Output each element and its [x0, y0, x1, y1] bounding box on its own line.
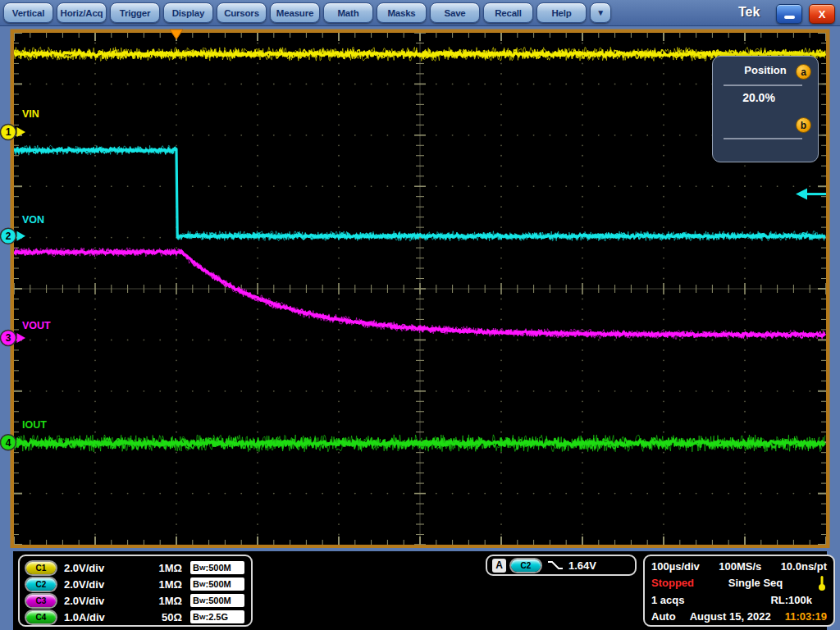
trace-label-vout: VOUT [22, 320, 51, 331]
channel-badge-c4[interactable]: C4 [26, 611, 56, 623]
svg-text:1: 1 [6, 126, 11, 138]
divider [724, 84, 802, 86]
svg-text:2: 2 [6, 231, 11, 242]
sample-period-value: 10.0ns/pt [781, 560, 827, 573]
svg-text:3: 3 [6, 332, 11, 344]
knob-b-badge[interactable]: b [796, 117, 811, 133]
menu-overflow-caret-icon[interactable]: ▼ [590, 2, 611, 23]
c4-impedance: 50Ω [144, 611, 182, 623]
menu-recall[interactable]: Recall [483, 2, 533, 23]
minimize-icon [784, 16, 795, 19]
menu-masks[interactable]: Masks [377, 2, 427, 23]
svg-text:4: 4 [6, 437, 11, 449]
divider [724, 138, 802, 139]
status-readout: 100µs/div 100MS/s 10.0ns/pt Stopped Sing… [643, 555, 835, 627]
c3-scale: 2.0V/div [64, 595, 144, 607]
c1-bandwidth: BW:500M [190, 561, 244, 574]
menu-horiz-acq[interactable]: Horiz/Acq [57, 2, 107, 23]
sample-rate-value: 100MS/s [719, 560, 761, 573]
c2-bandwidth: BW:500M [190, 578, 244, 591]
close-icon: X [819, 8, 826, 21]
channel-row-c3[interactable]: C3 2.0V/div 1MΩ BW:500M [26, 592, 244, 609]
readout-bar: C1 2.0V/div 1MΩ BW:500M C2 2.0V/div 1MΩ … [13, 551, 827, 630]
menu-cursors[interactable]: Cursors [217, 2, 267, 23]
menu-measure[interactable]: Measure [270, 2, 320, 23]
channel-readouts: C1 2.0V/div 1MΩ BW:500M C2 2.0V/div 1MΩ … [18, 555, 253, 627]
close-button[interactable]: X [809, 4, 835, 24]
oscilloscope-screen: Vertical Horiz/Acq Trigger Display Curso… [0, 0, 840, 630]
trigger-level-value: 1.64V [568, 559, 596, 572]
acquisition-state: Stopped [651, 577, 694, 589]
position-panel: Position a 20.0% b [712, 56, 819, 162]
knob-a-badge[interactable]: a [796, 64, 811, 80]
date-value: August 15, 2022 [690, 610, 771, 623]
c1-scale: 2.0V/div [64, 562, 144, 574]
acquisition-count: 1 acqs [651, 594, 684, 606]
c1-impedance: 1MΩ [144, 562, 182, 574]
c2-impedance: 1MΩ [144, 578, 182, 591]
trace-label-iout: IOUT [22, 419, 47, 431]
acquisition-mode: Single Seq [728, 577, 783, 589]
trigger-slot-badge: A [492, 559, 506, 573]
channel-badge-c1[interactable]: C1 [26, 562, 56, 574]
time-value: 11:03:19 [785, 610, 827, 623]
trigger-mode: Auto [651, 610, 676, 623]
trace-label-von: VON [22, 214, 44, 226]
trigger-readout[interactable]: A C2 1.64V [486, 555, 637, 576]
menu-help[interactable]: Help [536, 2, 587, 23]
c4-scale: 1.0A/div [64, 611, 144, 623]
menubar: Vertical Horiz/Acq Trigger Display Curso… [0, 0, 840, 26]
channel-row-c1[interactable]: C1 2.0V/div 1MΩ BW:500M [26, 559, 244, 576]
c2-scale: 2.0V/div [64, 578, 144, 591]
c3-bandwidth: BW:500M [190, 594, 244, 607]
record-length: RL:100k [770, 594, 812, 606]
menu-vertical[interactable]: Vertical [3, 2, 53, 23]
menu-trigger[interactable]: Trigger [110, 2, 160, 23]
c4-bandwidth: BW:2.5G [190, 610, 244, 623]
falling-edge-icon [547, 559, 564, 572]
temperature-icon [817, 575, 827, 591]
minimize-button[interactable] [776, 4, 802, 24]
trigger-source-badge: C2 [511, 559, 541, 572]
trace-label-vin: VIN [22, 108, 39, 120]
menu-display[interactable]: Display [163, 2, 213, 23]
channel-row-c4[interactable]: C4 1.0A/div 50Ω BW:2.5G [26, 609, 244, 625]
channel-row-c2[interactable]: C2 2.0V/div 1MΩ BW:500M [26, 576, 244, 592]
channel-badge-c2[interactable]: C2 [26, 578, 56, 591]
timebase-value: 100µs/div [651, 560, 700, 573]
menu-math[interactable]: Math [323, 2, 373, 23]
c3-impedance: 1MΩ [144, 595, 182, 607]
menu-save[interactable]: Save [430, 2, 480, 23]
channel-badge-c3[interactable]: C3 [26, 595, 56, 607]
position-value[interactable]: 20.0% [713, 91, 805, 104]
tek-logo: Tek [738, 5, 760, 20]
